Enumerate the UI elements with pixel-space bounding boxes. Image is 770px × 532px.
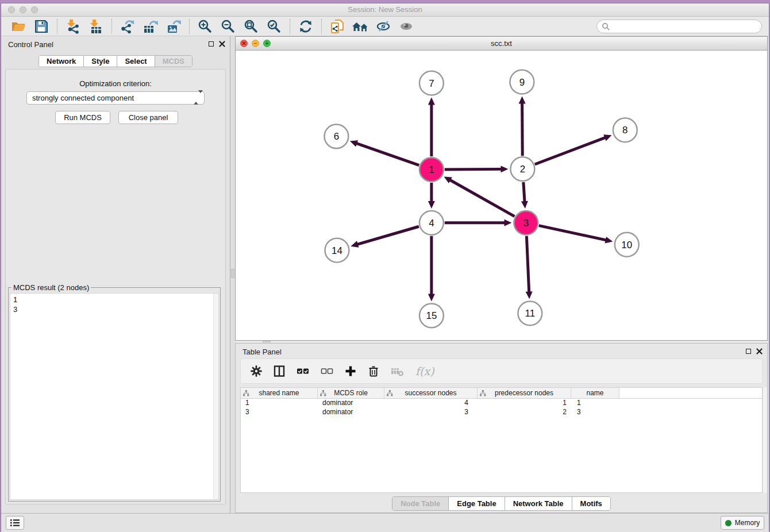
- graph-edge-arrowhead: [504, 219, 511, 226]
- float-table-panel-icon[interactable]: [746, 349, 751, 354]
- search-icon: [602, 22, 610, 31]
- zoom-in-icon[interactable]: [194, 18, 217, 35]
- tab-network-table[interactable]: Network Table: [505, 497, 572, 510]
- close-panel-button[interactable]: Close panel: [118, 111, 178, 124]
- export-network-icon[interactable]: [116, 18, 139, 35]
- float-panel-icon[interactable]: [209, 41, 214, 47]
- task-list-icon: [9, 518, 21, 528]
- import-network-icon[interactable]: [61, 18, 84, 35]
- zoom-out-icon[interactable]: [217, 18, 240, 35]
- graph-node-label: 8: [622, 125, 627, 136]
- table-settings-gear-icon[interactable]: [250, 365, 263, 377]
- network-view-window: ✕ − + scc.txt 7968124314101511: [235, 36, 768, 341]
- tab-select[interactable]: Select: [117, 56, 155, 67]
- column-header-name[interactable]: name: [571, 388, 619, 398]
- graph-edge-1-2[interactable]: [445, 169, 502, 169]
- tab-edge-table[interactable]: Edge Table: [449, 497, 505, 510]
- network-window-titlebar: ✕ − + scc.txt: [236, 37, 767, 51]
- graph-node-label: 14: [332, 245, 342, 256]
- show-all-icon[interactable]: [395, 18, 418, 35]
- run-mcds-button[interactable]: Run MCDS: [55, 111, 110, 124]
- toolbar-separator: [321, 19, 322, 34]
- column-type-icon: [243, 390, 249, 396]
- close-table-panel-icon[interactable]: [756, 348, 763, 354]
- new-network-from-selection-icon[interactable]: [326, 18, 349, 35]
- graph-edge-3-11[interactable]: [526, 236, 529, 293]
- graph-edge-arrowhead: [428, 294, 435, 301]
- splitter-grip[interactable]: [231, 269, 234, 278]
- delete-column-trash-icon[interactable]: [367, 365, 380, 377]
- graph-edge-arrowhead: [603, 134, 611, 141]
- first-neighbors-icon[interactable]: [349, 18, 372, 35]
- import-table-icon[interactable]: [84, 18, 107, 35]
- toolbar-separator: [111, 19, 112, 34]
- graph-edge-2-8[interactable]: [535, 137, 606, 164]
- graph-edge-3-1[interactable]: [449, 180, 514, 217]
- task-history-button[interactable]: [6, 516, 24, 530]
- graph-edge-2-3[interactable]: [523, 182, 525, 202]
- graph-edge-arrowhead: [605, 237, 613, 244]
- table-panel-title: Table Panel: [242, 348, 282, 356]
- toolbar-separator: [189, 19, 190, 34]
- table-row[interactable]: 1 dominator 4 1 1: [241, 399, 762, 408]
- graph-edge-3-10[interactable]: [539, 226, 607, 240]
- tab-node-table[interactable]: Node Table: [392, 497, 449, 510]
- mcds-result-list[interactable]: 1 3: [10, 293, 219, 500]
- search-input[interactable]: [596, 20, 762, 33]
- main-toolbar: [1, 17, 769, 36]
- tab-style[interactable]: Style: [84, 56, 117, 67]
- result-line: 1: [13, 295, 215, 304]
- column-header-predecessor-nodes[interactable]: predecessor nodes: [478, 388, 571, 398]
- vertical-splitter[interactable]: [230, 36, 235, 513]
- table-scrollbar[interactable]: [763, 387, 767, 493]
- table-header-row: shared name MCDS role successor nodes pr…: [241, 388, 762, 399]
- graph-node-label: 7: [429, 78, 434, 89]
- tab-mcds[interactable]: MCDS: [155, 56, 192, 67]
- delete-table-icon: [390, 365, 405, 377]
- memory-button[interactable]: Memory: [721, 516, 764, 530]
- tab-motifs[interactable]: Motifs: [572, 497, 610, 510]
- network-graph: 7968124314101511: [236, 51, 767, 340]
- graph-node-label: 2: [520, 164, 525, 175]
- column-header-successor-nodes[interactable]: successor nodes: [384, 388, 478, 398]
- graph-edge-arrowhead: [428, 98, 435, 105]
- open-session-icon[interactable]: [7, 18, 30, 35]
- graph-edge-4-14[interactable]: [357, 226, 419, 244]
- mcds-result-title: MCDS result (2 nodes): [11, 283, 91, 292]
- node-table: shared name MCDS role successor nodes pr…: [240, 387, 763, 493]
- result-line: 3: [13, 304, 215, 314]
- app-title: Session: New Session: [1, 5, 769, 14]
- zoom-selected-icon[interactable]: [263, 18, 286, 35]
- select-all-icon[interactable]: [296, 365, 310, 377]
- column-header-shared-name[interactable]: shared name: [241, 388, 318, 398]
- function-builder-icon: f(x): [415, 365, 434, 377]
- graph-edge-arrowhead: [350, 140, 358, 147]
- close-panel-icon[interactable]: [219, 41, 225, 47]
- control-panel-title: Control Panel: [8, 40, 53, 49]
- zoom-fit-icon[interactable]: [240, 18, 263, 35]
- show-column-panel-icon[interactable]: [273, 365, 286, 377]
- criterion-dropdown[interactable]: strongly connected component: [26, 91, 205, 105]
- graph-edge-2-9[interactable]: [522, 103, 523, 156]
- graph-edge-arrowhead: [500, 165, 508, 172]
- graph-edge-1-6[interactable]: [356, 143, 419, 165]
- memory-label: Memory: [735, 519, 760, 527]
- hide-selected-icon[interactable]: [372, 18, 395, 35]
- network-window-title: scc.txt: [236, 39, 767, 48]
- save-session-icon[interactable]: [30, 18, 53, 35]
- create-column-plus-icon[interactable]: [344, 365, 357, 377]
- table-row[interactable]: 3 dominator 3 2 3: [241, 408, 762, 417]
- export-image-icon[interactable]: [162, 18, 185, 35]
- graph-node-label: 3: [523, 218, 529, 229]
- export-table-icon[interactable]: [139, 18, 162, 35]
- column-type-icon: [480, 390, 486, 396]
- result-scrollbar[interactable]: [213, 294, 218, 499]
- network-canvas[interactable]: 7968124314101511: [236, 51, 767, 340]
- column-header-mcds-role[interactable]: MCDS role: [318, 388, 384, 398]
- deselect-all-icon[interactable]: [320, 365, 334, 377]
- tab-network[interactable]: Network: [39, 56, 84, 67]
- toolbar-separator: [57, 19, 57, 34]
- graph-node-label: 1: [429, 164, 434, 175]
- table-toolbar: f(x): [240, 358, 763, 384]
- refresh-view-icon[interactable]: [294, 18, 317, 35]
